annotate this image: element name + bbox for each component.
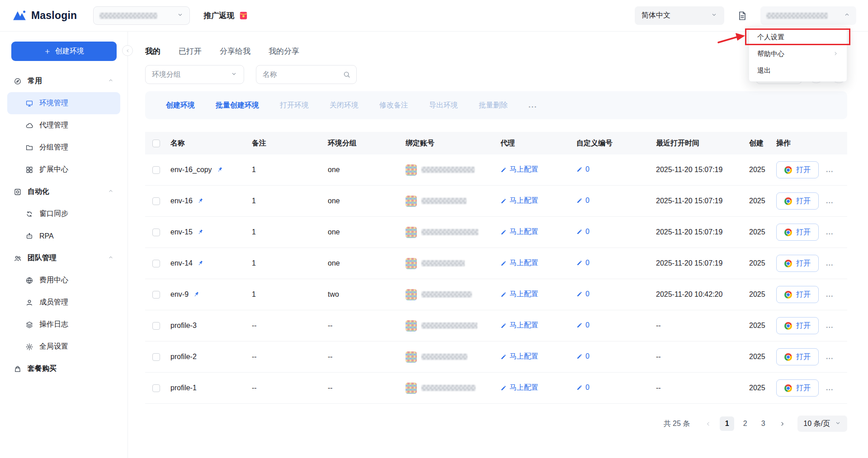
next-page-button[interactable]: [775, 416, 789, 431]
sidebar-item[interactable]: 操作日志: [7, 313, 120, 336]
toolbar-button-6[interactable]: 批量删除: [479, 101, 508, 110]
automation-icon: [14, 188, 22, 196]
proxy-config-link[interactable]: 马上配置: [500, 321, 538, 330]
row-checkbox[interactable]: [152, 166, 160, 174]
pencil-icon: [500, 322, 507, 329]
row-more-button[interactable]: ...: [826, 228, 833, 236]
proxy-config-link[interactable]: 马上配置: [500, 290, 538, 299]
sidebar-item[interactable]: 窗口同步: [7, 203, 120, 225]
proxy-config-link[interactable]: 马上配置: [500, 383, 538, 393]
env-group-select[interactable]: 环境分组: [145, 65, 244, 84]
custom-no-link[interactable]: 0: [576, 352, 590, 360]
sidebar-section-0[interactable]: 常用: [7, 70, 120, 92]
docs-button[interactable]: [734, 8, 750, 24]
custom-no-link[interactable]: 0: [576, 196, 590, 205]
account-avatar: [406, 289, 417, 300]
toolbar-button-5[interactable]: 导出环境: [429, 101, 458, 110]
language-selector[interactable]: 简体中文: [635, 6, 724, 25]
open-button[interactable]: 打开: [776, 317, 819, 334]
row-more-button[interactable]: ...: [826, 259, 833, 267]
select-all-checkbox[interactable]: [152, 140, 160, 147]
sidebar-item[interactable]: 扩展中心: [7, 159, 120, 181]
proxy-config-link[interactable]: 马上配置: [500, 165, 538, 174]
tab-1[interactable]: 已打开: [179, 44, 202, 58]
toolbar-button-2[interactable]: 打开环境: [280, 101, 309, 110]
custom-no-link[interactable]: 0: [576, 228, 590, 236]
page-2[interactable]: 2: [738, 416, 752, 431]
page-3[interactable]: 3: [756, 416, 770, 431]
proxy-config-link[interactable]: 马上配置: [500, 258, 538, 268]
custom-no-link[interactable]: 0: [576, 383, 590, 392]
proxy-config-link[interactable]: 马上配置: [500, 352, 538, 361]
row-checkbox[interactable]: [152, 322, 160, 330]
column-header-6: 最近打开时间: [656, 139, 749, 148]
user-menu-item-label: 个人设置: [757, 33, 784, 42]
column-header-0: 名称: [170, 139, 252, 148]
monitor-icon: [25, 99, 33, 107]
sidebar-section-2[interactable]: 团队管理: [7, 247, 120, 269]
row-more-button[interactable]: ...: [826, 353, 833, 361]
tab-0[interactable]: 我的: [145, 44, 160, 58]
row-more-button[interactable]: ...: [826, 197, 833, 205]
page-size-select[interactable]: 10 条/页: [797, 416, 847, 432]
open-button[interactable]: 打开: [776, 255, 819, 272]
toolbar-button-0[interactable]: 创建环境: [166, 101, 195, 110]
custom-no-link[interactable]: 0: [576, 259, 590, 267]
toolbar-button-3[interactable]: 关闭环境: [330, 101, 359, 110]
pencil-icon: [576, 260, 583, 266]
open-button[interactable]: 打开: [776, 192, 819, 210]
row-checkbox[interactable]: [152, 384, 160, 392]
row-more-button[interactable]: ...: [826, 290, 833, 299]
sidebar-item[interactable]: 分组管理: [7, 136, 120, 159]
sidebar-item[interactable]: 费用中心: [7, 269, 120, 291]
toolbar-button-7[interactable]: ...: [528, 101, 537, 109]
custom-no-link[interactable]: 0: [576, 290, 590, 298]
page-size-label: 10 条/页: [803, 419, 830, 429]
chrome-icon: [784, 229, 792, 236]
row-checkbox[interactable]: [152, 260, 160, 267]
open-button[interactable]: 打开: [776, 379, 819, 397]
sidebar-section-1[interactable]: 自动化: [7, 181, 120, 203]
sidebar-collapse-button[interactable]: [122, 45, 133, 56]
toolbar-button-4[interactable]: 修改备注: [379, 101, 408, 110]
toolbar-button-1[interactable]: 批量创建环境: [216, 101, 259, 110]
row-more-button[interactable]: ...: [826, 322, 833, 330]
sidebar-item[interactable]: 全局设置: [7, 336, 120, 358]
sidebar-section-3[interactable]: 套餐购买: [7, 358, 120, 380]
sidebar-item[interactable]: 环境管理: [7, 92, 120, 114]
row-checkbox[interactable]: [152, 353, 160, 361]
row-more-button[interactable]: ...: [826, 384, 833, 392]
open-button[interactable]: 打开: [776, 348, 819, 365]
sidebar-item[interactable]: RPA: [7, 225, 120, 247]
chevron-right-icon: [833, 50, 839, 58]
proxy-config-link[interactable]: 马上配置: [500, 227, 538, 237]
page-1[interactable]: 1: [720, 416, 734, 431]
sidebar-item[interactable]: 成员管理: [7, 291, 120, 313]
user-menu-item-0[interactable]: 个人设置: [749, 29, 847, 46]
row-checkbox[interactable]: [152, 197, 160, 205]
sidebar-item[interactable]: 代理管理: [7, 114, 120, 136]
user-menu-item-2[interactable]: 退出: [749, 62, 847, 79]
promo-cashback[interactable]: 推广返现: [203, 10, 249, 21]
row-more-button[interactable]: ...: [826, 166, 833, 174]
account-avatar: [406, 164, 417, 176]
chevron-left-icon: [125, 48, 130, 53]
user-account-selector[interactable]: [760, 6, 856, 25]
custom-no-link[interactable]: 0: [576, 321, 590, 329]
name-search-input[interactable]: [256, 65, 357, 84]
account-avatar: [406, 383, 417, 394]
rpa-icon: [25, 232, 33, 240]
create-env-button[interactable]: 创建环境: [11, 42, 117, 61]
proxy-config-link[interactable]: 马上配置: [500, 196, 538, 206]
tab-2[interactable]: 分享给我: [220, 44, 250, 58]
tab-3[interactable]: 我的分享: [269, 44, 299, 58]
workspace-selector[interactable]: [93, 6, 190, 25]
user-menu-item-1[interactable]: 帮助中心: [749, 46, 847, 62]
prev-page-button[interactable]: [701, 416, 715, 431]
open-button[interactable]: 打开: [776, 224, 819, 241]
row-checkbox[interactable]: [152, 291, 160, 299]
row-checkbox[interactable]: [152, 229, 160, 236]
open-button[interactable]: 打开: [776, 161, 819, 178]
custom-no-link[interactable]: 0: [576, 165, 590, 173]
open-button[interactable]: 打开: [776, 286, 819, 303]
